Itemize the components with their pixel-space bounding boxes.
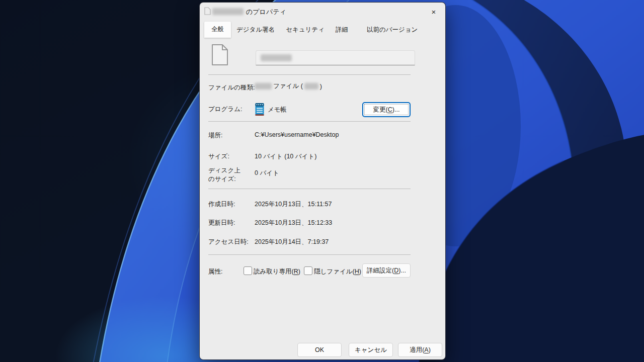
change-program-button[interactable]: 変更(C)... (362, 102, 411, 117)
location-value: C:¥Users¥username¥Desktop (255, 131, 339, 138)
accessed-label: アクセス日時: (208, 238, 249, 246)
desktop: のプロパティ × 全般 デジタル署名 セキュリティ 詳細 以前のバージョン ファ… (0, 0, 644, 362)
size-on-disk-value: 0 バイト (255, 169, 279, 177)
tab-strip: 全般 デジタル署名 セキュリティ 詳細 以前のバージョン (204, 23, 423, 38)
tab-general[interactable]: 全般 (204, 22, 231, 38)
separator (208, 74, 411, 75)
redacted-extension (304, 83, 318, 89)
redacted-filename-title (212, 8, 244, 15)
separator (208, 189, 411, 189)
size-on-disk-label: ディスク上 のサイズ: (208, 166, 240, 183)
location-label: 場所: (208, 131, 222, 140)
program-name: メモ帳 (268, 106, 287, 114)
redacted-filename-field (261, 54, 292, 61)
properties-dialog: のプロパティ × 全般 デジタル署名 セキュリティ 詳細 以前のバージョン ファ… (199, 2, 446, 360)
created-label: 作成日時: (208, 200, 235, 209)
separator (208, 121, 411, 122)
modified-label: 更新日時: (208, 219, 235, 227)
ok-button[interactable]: OK (297, 343, 342, 357)
filename-input[interactable] (256, 50, 415, 65)
attributes-label: 属性: (208, 267, 222, 276)
separator (208, 254, 411, 255)
blank-file-icon (211, 44, 229, 66)
title-bar: のプロパティ × (200, 3, 445, 21)
apply-button[interactable]: 適用(A) (398, 343, 442, 357)
close-icon[interactable]: × (427, 6, 441, 18)
created-value: 2025年10月13日、15:11:57 (255, 200, 332, 209)
cancel-button[interactable]: キャンセル (349, 343, 393, 357)
modified-value: 2025年10月13日、15:12:33 (255, 219, 332, 227)
program-label: プログラム: (208, 105, 242, 114)
hidden-checkbox-label[interactable]: 隠しファイル(H) (314, 267, 361, 276)
size-value: 10 バイト (10 バイト) (255, 152, 316, 161)
readonly-checkbox[interactable] (244, 266, 252, 275)
file-type-value: ファイル ( ) (255, 82, 322, 90)
window-title: のプロパティ (246, 8, 286, 17)
size-label: サイズ: (208, 152, 229, 161)
hidden-checkbox[interactable] (304, 266, 312, 275)
accessed-value: 2025年10月14日、7:19:37 (255, 238, 329, 246)
tab-previous-versions[interactable]: 以前のバージョン (361, 23, 423, 38)
file-badge-icon (204, 7, 211, 15)
redacted-file-type (255, 83, 272, 89)
readonly-checkbox-label[interactable]: 読み取り専用(R) (254, 267, 300, 276)
tab-details[interactable]: 詳細 (330, 23, 354, 38)
notepad-icon (255, 103, 264, 116)
tab-digital-signatures[interactable]: デジタル署名 (231, 23, 280, 38)
advanced-settings-button[interactable]: 詳細設定(D)... (362, 263, 411, 278)
tab-security[interactable]: セキュリティ (280, 23, 330, 38)
file-type-label: ファイルの種類: (208, 83, 255, 92)
